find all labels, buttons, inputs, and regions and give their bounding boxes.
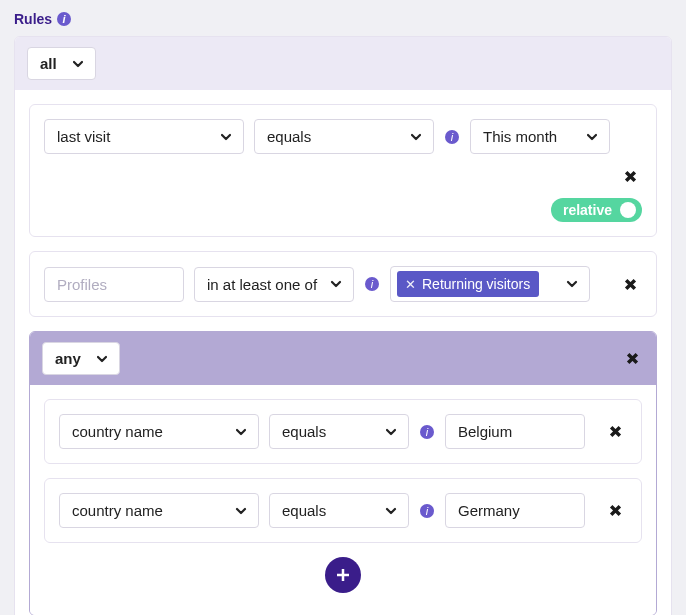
subgroup-body: country name equals i Belgium <box>30 385 656 615</box>
remove-rule-button[interactable] <box>603 499 627 523</box>
chip-remove-icon[interactable]: ✕ <box>405 277 416 292</box>
chevron-down-icon <box>384 504 398 518</box>
subgroup-combinator-label: any <box>55 350 81 367</box>
chevron-down-icon <box>234 425 248 439</box>
value-select[interactable]: This month <box>470 119 610 154</box>
chevron-down-icon <box>585 130 599 144</box>
chevron-down-icon <box>71 57 85 71</box>
operator-label: in at least one of <box>207 276 317 293</box>
field-select[interactable]: country name <box>59 493 259 528</box>
panel-body: last visit equals i This month <box>15 90 671 615</box>
rule-row: country name equals i Belgium <box>44 399 642 464</box>
toggle-knob <box>620 202 636 218</box>
subgroup-combinator-select[interactable]: any <box>42 342 120 375</box>
rules-header: Rules i <box>0 0 686 36</box>
operator-select[interactable]: in at least one of <box>194 267 354 302</box>
rules-panel: all last visit equals i This month <box>14 36 672 615</box>
subgroup-top: any <box>30 332 656 385</box>
info-icon[interactable]: i <box>419 424 435 440</box>
rule-row: Profiles in at least one of i ✕ Returnin… <box>29 251 657 317</box>
chevron-down-icon <box>234 504 248 518</box>
chevron-down-icon <box>329 277 343 291</box>
add-rule-button[interactable] <box>325 557 361 593</box>
info-icon[interactable]: i <box>419 503 435 519</box>
rules-title: Rules <box>14 11 52 27</box>
operator-select[interactable]: equals <box>269 493 409 528</box>
info-icon[interactable]: i <box>364 276 380 292</box>
remove-rule-button[interactable] <box>618 164 642 188</box>
field-select[interactable]: Profiles <box>44 267 184 302</box>
rule-subgroup: any country name equals <box>29 331 657 615</box>
value-label: This month <box>483 128 557 145</box>
value-label: Belgium <box>458 423 512 440</box>
value-select[interactable]: Belgium <box>445 414 585 449</box>
relative-toggle[interactable]: relative <box>551 198 642 222</box>
value-select[interactable]: Germany <box>445 493 585 528</box>
value-multiselect[interactable]: ✕ Returning visitors <box>390 266 590 302</box>
field-select[interactable]: last visit <box>44 119 244 154</box>
remove-rule-button[interactable] <box>618 272 642 296</box>
info-icon[interactable]: i <box>444 129 460 145</box>
chevron-down-icon <box>95 352 109 366</box>
field-label: last visit <box>57 128 110 145</box>
chip-label: Returning visitors <box>422 276 530 292</box>
field-label: country name <box>72 423 163 440</box>
panel-top: all <box>15 37 671 90</box>
field-select[interactable]: country name <box>59 414 259 449</box>
operator-label: equals <box>267 128 311 145</box>
remove-subgroup-button[interactable] <box>620 347 644 371</box>
field-placeholder: Profiles <box>57 276 107 293</box>
rule-row: last visit equals i This month <box>29 104 657 237</box>
selected-chip[interactable]: ✕ Returning visitors <box>397 271 539 297</box>
operator-label: equals <box>282 423 326 440</box>
chevron-down-icon <box>409 130 423 144</box>
info-icon[interactable]: i <box>56 11 72 27</box>
operator-select[interactable]: equals <box>254 119 434 154</box>
toggle-label: relative <box>563 202 612 218</box>
chevron-down-icon <box>565 277 579 291</box>
operator-label: equals <box>282 502 326 519</box>
root-combinator-select[interactable]: all <box>27 47 96 80</box>
chevron-down-icon <box>384 425 398 439</box>
rule-row: country name equals i Germany <box>44 478 642 543</box>
value-label: Germany <box>458 502 520 519</box>
root-combinator-label: all <box>40 55 57 72</box>
remove-rule-button[interactable] <box>603 420 627 444</box>
operator-select[interactable]: equals <box>269 414 409 449</box>
field-label: country name <box>72 502 163 519</box>
chevron-down-icon <box>219 130 233 144</box>
